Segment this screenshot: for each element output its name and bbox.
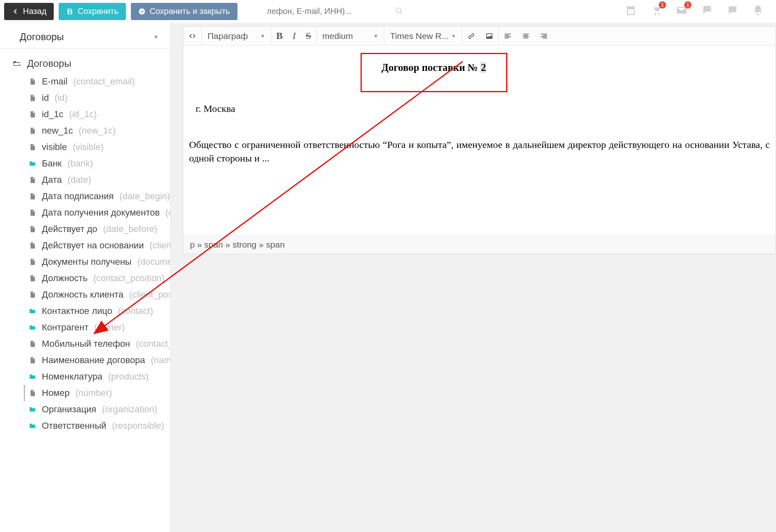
editor-statusbar: p » span » strong » span [183, 235, 776, 254]
sidebar-item[interactable]: Действует на основании (client_ustav) [0, 237, 170, 254]
save-button[interactable]: Сохранить [59, 3, 126, 20]
align-right-button[interactable] [535, 27, 553, 45]
save-icon [66, 8, 73, 15]
sidebar-item-label: Должность [42, 273, 87, 284]
bell-icon[interactable] [752, 5, 764, 18]
editor: Параграф▼ B I S medium▼ Times New R...▼ [183, 26, 776, 254]
sidebar-item[interactable]: Контактное лицо (contact) [0, 303, 170, 319]
sidebar-item-code: (client_ustav) [150, 240, 171, 251]
italic-button[interactable]: I [288, 27, 301, 45]
sidebar-item[interactable]: Действует до (date_before) [0, 221, 170, 237]
search-input[interactable] [267, 7, 406, 16]
arrow-left-icon [11, 8, 19, 15]
document-body[interactable]: Договор поставки № 2 г. Москва Общество … [183, 45, 776, 235]
sidebar-item[interactable]: Номенклатура (products) [0, 368, 170, 385]
sidebar-item-code: (products) [108, 371, 149, 382]
sidebar-item[interactable]: Контрагент (owner) [0, 319, 170, 336]
back-button[interactable]: Назад [4, 3, 54, 20]
title-prefix: Договор поставки № [381, 62, 480, 73]
sidebar-item[interactable]: Ответственный (responsible) [0, 418, 170, 434]
mail-badge: 1 [684, 1, 692, 9]
topbar: Назад Сохранить Сохранить и закрыть 1 1 [0, 0, 776, 23]
sidebar-item-code: (visible) [73, 141, 104, 153]
sidebar-item-code: (responsible) [112, 420, 164, 432]
sidebar-item[interactable]: Мобильный телефон (contact_phone_mobile) [0, 336, 170, 352]
sidebar-item[interactable]: Должность клиента (client_position) [0, 286, 170, 303]
align-center-button[interactable] [517, 27, 535, 45]
cart-icon[interactable]: 1 [650, 5, 662, 18]
sidebar-item[interactable]: new_1c (new_1c) [0, 123, 170, 139]
sidebar-item[interactable]: Организация (organization) [0, 401, 170, 418]
font-family-select[interactable]: Times New R...▼ [384, 31, 462, 41]
sidebar-item-code: (number) [75, 387, 112, 399]
svg-point-1 [658, 13, 660, 15]
sidebar-list: E-mail (contact_email)id (id)id_1c (id_1… [0, 73, 170, 434]
caret-icon: ▼ [260, 33, 265, 39]
sidebar-item[interactable]: Должность (contact_position) [0, 270, 170, 286]
mail-icon[interactable]: 1 [676, 5, 687, 18]
sidebar-item-label: Номер [42, 387, 70, 399]
sidebar-item[interactable]: Дата получения документов (obtained_ [0, 205, 170, 221]
sidebar-item[interactable]: id (id) [0, 90, 170, 106]
cart-badge: 1 [659, 1, 666, 9]
calendar-icon[interactable] [625, 5, 637, 18]
image-button[interactable] [480, 27, 498, 45]
chat-icon[interactable] [701, 5, 713, 18]
top-icons: 1 1 [625, 5, 764, 18]
strike-button[interactable]: S [301, 27, 316, 45]
link-button[interactable] [462, 27, 480, 45]
sidebar-item[interactable]: Номер (number) [0, 385, 170, 401]
sidebar-item[interactable]: Дата (date) [0, 172, 170, 188]
sidebar-item-label: Должность клиента [42, 289, 123, 300]
font-size-select[interactable]: medium▼ [317, 31, 384, 41]
font-family-label: Times New R... [390, 31, 449, 41]
chevron-down-icon: ▼ [153, 34, 159, 40]
caret-icon: ▼ [373, 33, 378, 39]
code-view-button[interactable] [183, 27, 201, 45]
align-left-button[interactable] [499, 27, 517, 45]
sidebar-item-label: Документы получены [42, 256, 132, 268]
save-label: Сохранить [78, 7, 118, 16]
sidebar-item-code: (contact_email) [73, 76, 135, 87]
sidebar-item[interactable]: Документы получены (document_obtair [0, 254, 170, 270]
title-number: 2 [480, 62, 486, 73]
sidebar-item-code: (contact_position) [93, 273, 164, 284]
sidebar-item-code: (client_position) [129, 289, 171, 300]
sidebar-item-code: (document_obtair [137, 256, 171, 268]
sidebar-item-label: new_1c [42, 125, 73, 136]
sidebar-item-label: Наименование договора [42, 355, 145, 366]
editor-area: Параграф▼ B I S medium▼ Times New R...▼ [171, 23, 776, 532]
sidebar-item[interactable]: Банк (bank) [0, 155, 170, 172]
paragraph-select[interactable]: Параграф▼ [202, 31, 271, 41]
main: Договоры ▼ Договоры E-mail (contact_emai… [0, 23, 776, 532]
caret-icon: ▼ [451, 33, 456, 39]
sidebar-item[interactable]: Дата подписания (date_begin) [0, 188, 170, 205]
search-icon[interactable] [395, 7, 403, 17]
comment-icon[interactable] [727, 5, 738, 18]
sidebar-item-code: (contact_phone_mobile) [136, 338, 171, 350]
sidebar-root[interactable]: Договоры [0, 56, 170, 73]
back-label: Назад [23, 7, 46, 16]
sidebar-item-code: (bank) [67, 158, 93, 169]
sidebar-item[interactable]: Наименование договора (name) [0, 352, 170, 368]
bold-button[interactable]: B [271, 27, 288, 45]
search-bar [267, 3, 406, 20]
sidebar-item-label: E-mail [42, 76, 67, 87]
document-city: г. Москва [196, 102, 770, 115]
sidebar-item[interactable]: id_1c (id_1c) [0, 106, 170, 123]
sidebar-root-label: Договоры [27, 58, 71, 69]
sidebar-item-label: Дата [42, 174, 62, 186]
sidebar-item-label: Контрагент [42, 322, 89, 333]
sidebar-item-label: Дата подписания [42, 191, 114, 202]
svg-point-0 [654, 13, 656, 15]
save-close-button[interactable]: Сохранить и закрыть [131, 3, 237, 20]
sidebar-item-label: Дата получения документов [42, 207, 160, 218]
sidebar-item-code: (obtained_ [165, 207, 171, 218]
editor-toolbar: Параграф▼ B I S medium▼ Times New R...▼ [183, 27, 776, 45]
sidebar-item[interactable]: visible (visible) [0, 139, 170, 155]
sidebar-item-code: (name) [151, 355, 171, 366]
sidebar-item[interactable]: E-mail (contact_email) [0, 73, 170, 90]
sidebar-header[interactable]: Договоры ▼ [0, 28, 170, 49]
sidebar-item-code: (date_before) [103, 223, 157, 235]
sidebar-header-label: Договоры [20, 31, 64, 43]
